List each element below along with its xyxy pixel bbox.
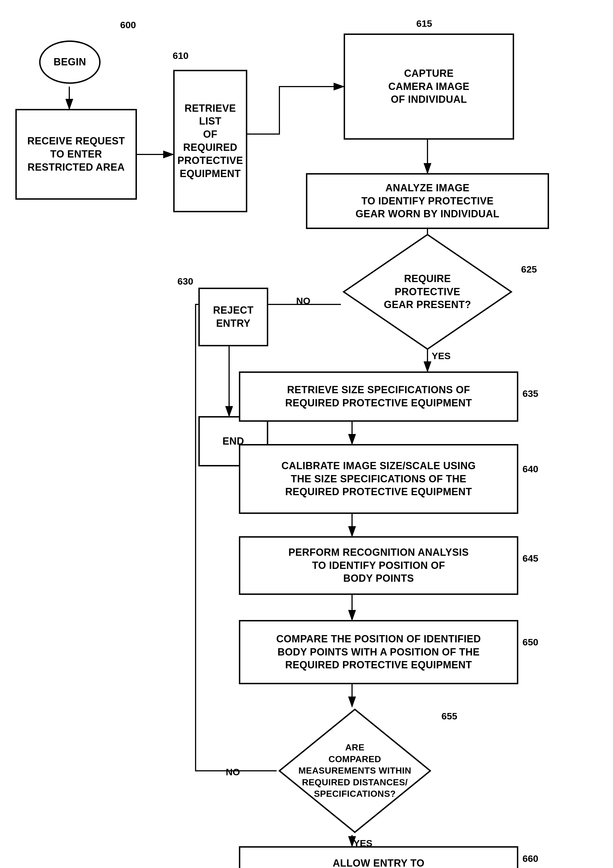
ref-660: 660: [523, 853, 539, 864]
reject-entry-label: REJECT ENTRY: [213, 304, 253, 330]
calibrate-image-node: CALIBRATE IMAGE SIZE/SCALE USING THE SIZ…: [239, 444, 518, 514]
require-protective-node: REQUIRE PROTECTIVE GEAR PRESENT?: [341, 232, 514, 352]
receive-request-node: RECEIVE REQUEST TO ENTER RESTRICTED AREA: [16, 109, 137, 200]
receive-request-label: RECEIVE REQUEST TO ENTER RESTRICTED AREA: [27, 135, 125, 174]
retrieve-list-node: RETRIEVE LIST OF REQUIRED PROTECTIVE EQU…: [173, 70, 247, 212]
retrieve-list-label: RETRIEVE LIST OF REQUIRED PROTECTIVE EQU…: [175, 102, 246, 180]
ref-625: 625: [521, 264, 537, 275]
begin-node: BEGIN: [39, 40, 101, 84]
ref-640: 640: [523, 463, 539, 474]
ref-645: 645: [523, 553, 539, 564]
require-protective-label: REQUIRE PROTECTIVE GEAR PRESENT?: [381, 270, 474, 314]
ref-635: 635: [523, 388, 539, 399]
calibrate-image-label: CALIBRATE IMAGE SIZE/SCALE USING THE SIZ…: [281, 459, 475, 499]
retrieve-size-node: RETRIEVE SIZE SPECIFICATIONS OF REQUIRED…: [239, 372, 518, 422]
capture-camera-node: CAPTURE CAMERA IMAGE OF INDIVIDUAL: [344, 34, 514, 140]
ref-650: 650: [523, 637, 539, 648]
allow-entry-node: ALLOW ENTRY TO RESTRICTED AREA: [239, 846, 518, 868]
are-compared-label: ARE COMPARED MEASUREMENTS WITHIN REQUIRE…: [296, 739, 414, 803]
compare-position-label: COMPARE THE POSITION OF IDENTIFIED BODY …: [276, 632, 481, 672]
ref-615: 615: [416, 18, 432, 29]
analyze-image-label: ANALYZE IMAGE TO IDENTIFY PROTECTIVE GEA…: [356, 181, 500, 221]
reject-entry-node: REJECT ENTRY: [199, 288, 268, 346]
no-655-label: NO: [226, 767, 240, 778]
are-compared-node: ARE COMPARED MEASUREMENTS WITHIN REQUIRE…: [276, 707, 433, 835]
begin-label: BEGIN: [54, 56, 86, 69]
retrieve-size-label: RETRIEVE SIZE SPECIFICATIONS OF REQUIRED…: [285, 383, 472, 410]
compare-position-node: COMPARE THE POSITION OF IDENTIFIED BODY …: [239, 620, 518, 684]
perform-recognition-node: PERFORM RECOGNITION ANALYSIS TO IDENTIFY…: [239, 536, 518, 595]
ref-655: 655: [441, 711, 457, 722]
allow-entry-label: ALLOW ENTRY TO RESTRICTED AREA: [330, 857, 427, 868]
ref-610: 610: [173, 50, 189, 61]
no-625-label: NO: [296, 296, 310, 306]
yes-625-label: YES: [431, 350, 451, 361]
ref-630: 630: [177, 276, 193, 287]
capture-camera-label: CAPTURE CAMERA IMAGE OF INDIVIDUAL: [388, 67, 470, 106]
perform-recognition-label: PERFORM RECOGNITION ANALYSIS TO IDENTIFY…: [288, 546, 469, 585]
ref-600: 600: [120, 20, 136, 31]
analyze-image-node: ANALYZE IMAGE TO IDENTIFY PROTECTIVE GEA…: [306, 173, 549, 229]
